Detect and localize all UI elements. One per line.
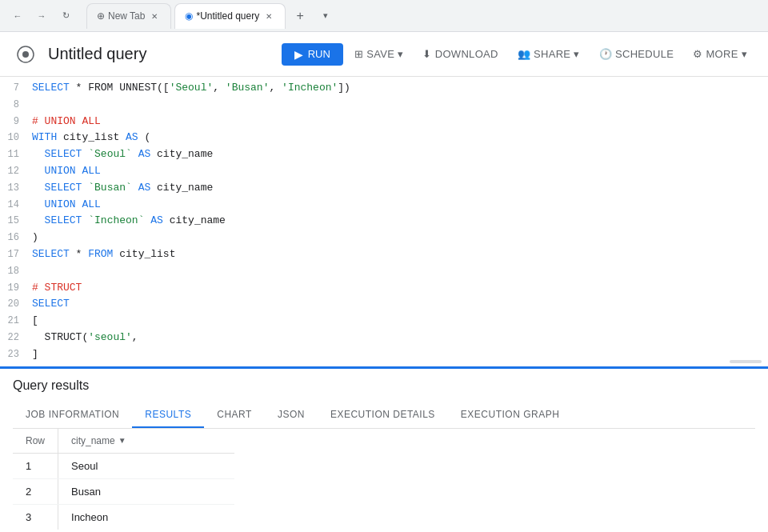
save-label: SAVE (366, 48, 394, 60)
download-icon: ⬇ (422, 48, 431, 60)
code-line: 21[ (0, 313, 768, 330)
line-number: 18 (0, 264, 32, 279)
line-number: 23 (0, 347, 32, 362)
line-content: # UNION ALL (32, 114, 768, 130)
table-row: 3Incheon (13, 504, 234, 530)
download-label: DOWNLOAD (435, 48, 498, 60)
settings-icon: ⚙ (693, 48, 702, 60)
line-number: 22 (0, 330, 32, 346)
col-header-city[interactable]: city_name ▼ (58, 429, 234, 454)
line-content: [ (32, 313, 768, 330)
code-line: 13 SELECT `Busan` AS city_name (0, 180, 768, 197)
active-tab-label: *Untitled query (196, 10, 259, 22)
more-label: MORE (706, 48, 738, 60)
results-tab-chart[interactable]: CHART (204, 402, 265, 428)
line-content: WITH city_list AS ( (32, 130, 768, 146)
line-content: SELECT * FROM UNNEST(['Seoul', 'Busan', … (32, 80, 768, 97)
editor-scrollbar[interactable] (730, 360, 762, 363)
code-line: 23] (0, 346, 768, 363)
more-button[interactable]: ⚙ MORE ▾ (685, 43, 755, 65)
code-line: 15 SELECT `Incheon` AS city_name (0, 213, 768, 230)
code-line: 10WITH city_list AS ( (0, 130, 768, 146)
code-line: 17SELECT * FROM city_list (0, 246, 768, 263)
line-content: # STRUCT (32, 280, 768, 297)
cell-row-number: 3 (13, 504, 58, 530)
results-tab-execution-details[interactable]: EXECUTION DETAILS (318, 402, 448, 428)
line-number: 10 (0, 130, 32, 146)
schedule-button[interactable]: 🕐 SCHEDULE (591, 43, 682, 65)
line-content: UNION ALL (32, 163, 768, 180)
download-button[interactable]: ⬇ DOWNLOAD (414, 43, 506, 65)
code-line: 14 UNION ALL (0, 197, 768, 214)
table-row: 1Seoul (13, 453, 234, 478)
code-line: 18 (0, 263, 768, 280)
line-number: 20 (0, 297, 32, 312)
results-tab-job-information[interactable]: JOB INFORMATION (13, 402, 132, 428)
share-button[interactable]: 👥 SHARE ▾ (510, 43, 588, 65)
line-number: 7 (0, 81, 32, 96)
results-tab-results[interactable]: RESULTS (132, 402, 204, 428)
run-button[interactable]: ▶ RUN (282, 43, 343, 66)
active-tab-icon: ◉ (185, 10, 193, 22)
cell-city-name: Incheon (58, 504, 234, 530)
code-editor[interactable]: 7SELECT * FROM UNNEST(['Seoul', 'Busan',… (0, 77, 768, 369)
line-content: UNION ALL (32, 197, 768, 214)
app-header: Untitled query ▶ RUN ⊞ SAVE ▾ ⬇ DOWNLOAD… (0, 32, 768, 77)
code-line: 8 (0, 97, 768, 114)
cell-row-number: 1 (13, 453, 58, 478)
refresh-button[interactable]: ↻ (54, 5, 77, 27)
cell-city-name: Busan (58, 478, 234, 504)
inactive-tab-icon: ⊕ (97, 10, 105, 22)
line-number: 19 (0, 281, 32, 296)
line-number: 11 (0, 147, 32, 162)
line-number: 21 (0, 314, 32, 329)
sort-icon: ▼ (118, 436, 126, 445)
browser-tab-active[interactable]: ◉ *Untitled query ✕ (174, 3, 286, 29)
toolbar-actions: ▶ RUN ⊞ SAVE ▾ ⬇ DOWNLOAD 👥 SHARE ▾ 🕐 SC… (282, 43, 755, 66)
results-tab-json[interactable]: JSON (265, 402, 318, 428)
save-button[interactable]: ⊞ SAVE ▾ (346, 43, 412, 65)
cell-row-number: 2 (13, 478, 58, 504)
query-title: Untitled query (48, 45, 272, 63)
share-label: SHARE (534, 48, 570, 60)
col-row-label: Row (26, 435, 45, 446)
code-line: 19# STRUCT (0, 280, 768, 297)
save-icon: ⊞ (354, 48, 363, 60)
line-number: 13 (0, 181, 32, 196)
run-icon: ▶ (294, 48, 303, 61)
results-table: Row city_name ▼ 1Seoul2Busan3Incheon (13, 429, 234, 530)
line-content: STRUCT('seoul', (32, 330, 768, 346)
line-content: SELECT `Incheon` AS city_name (32, 213, 768, 230)
back-button[interactable]: ← (6, 5, 29, 27)
code-line: 12 UNION ALL (0, 163, 768, 180)
line-content: SELECT `Seoul` AS city_name (32, 146, 768, 163)
results-tab-execution-graph[interactable]: EXECUTION GRAPH (448, 402, 573, 428)
line-content: SELECT * FROM city_list (32, 246, 768, 263)
line-number: 17 (0, 247, 32, 262)
svg-point-1 (22, 51, 29, 58)
table-row: 2Busan (13, 478, 234, 504)
tab-options-button[interactable]: ▾ (314, 5, 337, 27)
col-header-row: Row (13, 429, 58, 454)
line-content (32, 97, 768, 114)
new-tab-button[interactable]: + (289, 5, 311, 27)
results-title: Query results (13, 378, 755, 393)
line-number: 16 (0, 230, 32, 246)
code-line: 20SELECT (0, 296, 768, 313)
more-chevron-icon: ▾ (742, 48, 747, 60)
col-city-label: city_name (71, 435, 115, 446)
forward-button[interactable]: → (30, 5, 53, 27)
line-content (32, 263, 768, 280)
line-content: SELECT (32, 296, 768, 313)
line-number: 9 (0, 114, 32, 130)
inactive-tab-close[interactable]: ✕ (148, 10, 161, 22)
browser-tab-inactive[interactable]: ⊕ New Tab ✕ (86, 3, 171, 29)
share-icon: 👥 (518, 48, 530, 60)
line-number: 14 (0, 198, 32, 213)
schedule-label: SCHEDULE (615, 48, 674, 60)
results-section: Query results JOB INFORMATIONRESULTSCHAR… (0, 369, 768, 530)
code-line: 22 STRUCT('seoul', (0, 330, 768, 346)
active-tab-close[interactable]: ✕ (262, 10, 275, 22)
app-logo (13, 42, 38, 67)
run-label: RUN (308, 48, 330, 60)
